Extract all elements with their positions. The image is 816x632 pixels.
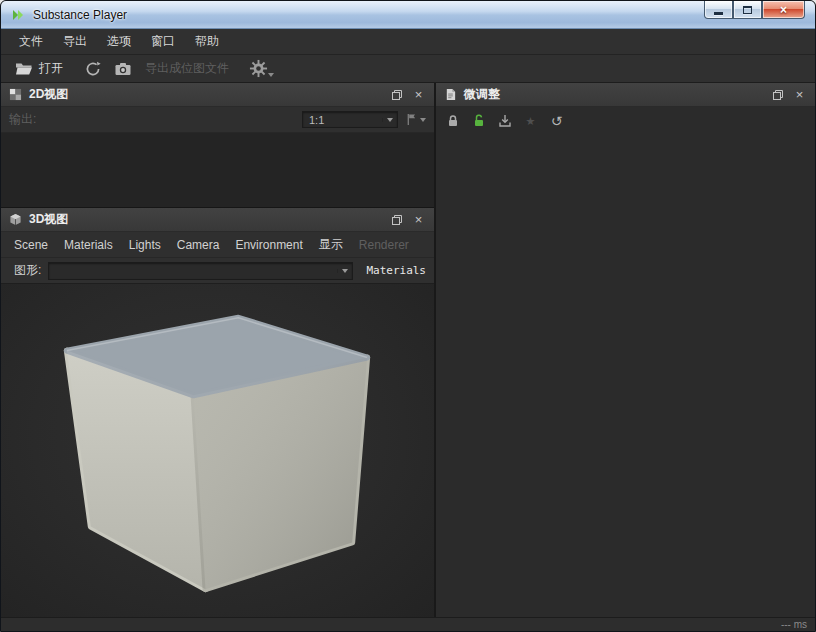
open-button[interactable]: 打开 bbox=[15, 60, 63, 77]
zoom-value: 1:1 bbox=[309, 114, 324, 126]
panel-tweaks: 微调整 × bbox=[436, 83, 815, 617]
panel-3d-header: 3D视图 × bbox=[1, 208, 434, 232]
titlebar[interactable]: Substance Player × bbox=[1, 1, 815, 29]
settings-button[interactable] bbox=[249, 59, 268, 78]
padlock-green-icon bbox=[472, 114, 486, 128]
float-window-icon bbox=[772, 89, 784, 101]
snapshot-button[interactable] bbox=[115, 62, 131, 76]
float-window-icon bbox=[391, 214, 403, 226]
refresh-icon bbox=[85, 61, 101, 77]
export-tray-icon bbox=[498, 114, 512, 128]
shape-label: 图形: bbox=[14, 262, 41, 279]
menu-export[interactable]: 导出 bbox=[53, 29, 97, 54]
minimize-icon bbox=[714, 12, 723, 15]
minimize-button[interactable] bbox=[704, 1, 733, 19]
panel-tweaks-title: 微调整 bbox=[464, 86, 500, 103]
chevron-down-icon bbox=[387, 118, 393, 122]
panel-3d-view: 3D视图 × Scene Materials Lights Camera bbox=[1, 208, 434, 617]
panel-3d-menu: Scene Materials Lights Camera Environmen… bbox=[1, 232, 434, 258]
tweaks-content[interactable] bbox=[436, 135, 815, 617]
panel-2d-title: 2D视图 bbox=[29, 86, 68, 103]
tab-lights[interactable]: Lights bbox=[129, 238, 161, 252]
left-column: 2D视图 × 输出: 1:1 bbox=[1, 83, 434, 617]
menu-window[interactable]: 窗口 bbox=[141, 29, 185, 54]
tab-renderer: Renderer bbox=[359, 238, 409, 252]
dropdown-arrow bbox=[337, 269, 352, 273]
canvas-2d[interactable] bbox=[1, 133, 434, 207]
open-button-label: 打开 bbox=[39, 60, 63, 77]
close-button[interactable]: × bbox=[762, 1, 805, 19]
favorite-button: ★ bbox=[523, 114, 538, 129]
materials-label: Materials bbox=[366, 264, 426, 277]
panel-3d-float-button[interactable] bbox=[389, 212, 404, 227]
export-bitmap-label: 导出成位图文件 bbox=[145, 60, 229, 77]
cube-3d-icon bbox=[9, 213, 22, 226]
window-controls: × bbox=[704, 1, 805, 19]
render-time: --- ms bbox=[781, 619, 807, 630]
maximize-icon bbox=[743, 6, 752, 14]
cube-3d bbox=[67, 318, 367, 589]
shape-row: 图形: Materials bbox=[1, 258, 434, 284]
export-bitmap-button: 导出成位图文件 bbox=[145, 60, 229, 77]
panel-3d-close-button[interactable]: × bbox=[411, 212, 426, 227]
panel-tweaks-header: 微调整 × bbox=[436, 83, 815, 107]
main-area: 2D视图 × 输出: 1:1 bbox=[1, 83, 815, 617]
background-flag-button[interactable] bbox=[406, 113, 426, 126]
statusbar: --- ms bbox=[1, 617, 815, 631]
tab-materials[interactable]: Materials bbox=[64, 238, 113, 252]
settings-caret-icon bbox=[268, 73, 274, 77]
gear-icon bbox=[249, 59, 268, 78]
export-values-button[interactable] bbox=[497, 114, 512, 129]
panel-3d-title: 3D视图 bbox=[29, 211, 68, 228]
chevron-down-icon bbox=[342, 269, 348, 273]
app-window: Substance Player × 文件 导出 选项 窗口 帮助 打开 bbox=[0, 0, 816, 632]
maximize-button[interactable] bbox=[733, 1, 762, 19]
menu-options[interactable]: 选项 bbox=[97, 29, 141, 54]
reset-button[interactable]: ↺ bbox=[549, 114, 564, 129]
tab-display[interactable]: 显示 bbox=[319, 236, 343, 253]
tab-scene[interactable]: Scene bbox=[14, 238, 48, 252]
viewport-3d[interactable] bbox=[1, 284, 434, 617]
shape-dropdown[interactable] bbox=[48, 262, 353, 280]
camera-icon bbox=[115, 62, 131, 76]
tab-environment[interactable]: Environment bbox=[235, 238, 302, 252]
panel-2d-toolbar: 输出: 1:1 bbox=[1, 107, 434, 133]
document-icon bbox=[444, 88, 457, 101]
panel-tweaks-float-button[interactable] bbox=[770, 87, 785, 102]
unlock-button[interactable] bbox=[471, 114, 486, 129]
window-title: Substance Player bbox=[33, 8, 127, 22]
folder-open-icon bbox=[15, 62, 33, 76]
tweaks-toolbar: ★ ↺ bbox=[436, 107, 815, 135]
panel-2d-header: 2D视图 × bbox=[1, 83, 434, 107]
right-column: 微调整 × bbox=[436, 83, 815, 617]
chevron-down-icon bbox=[420, 118, 426, 122]
padlock-icon bbox=[446, 114, 460, 128]
output-label: 输出: bbox=[9, 111, 36, 128]
app-icon bbox=[10, 7, 26, 23]
panel-tweaks-close-button[interactable]: × bbox=[792, 87, 807, 102]
refresh-button[interactable] bbox=[85, 61, 101, 77]
dropdown-arrow bbox=[382, 118, 397, 122]
float-window-icon bbox=[391, 89, 403, 101]
menubar: 文件 导出 选项 窗口 帮助 bbox=[1, 29, 815, 55]
menu-file[interactable]: 文件 bbox=[9, 29, 53, 54]
close-icon: × bbox=[780, 4, 787, 16]
lock-button[interactable] bbox=[445, 114, 460, 129]
tab-camera[interactable]: Camera bbox=[177, 238, 220, 252]
flag-icon bbox=[406, 113, 417, 126]
panel-2d-float-button[interactable] bbox=[389, 87, 404, 102]
zoom-dropdown[interactable]: 1:1 bbox=[302, 111, 398, 128]
panel-2d-close-button[interactable]: × bbox=[411, 87, 426, 102]
checker-2d-icon bbox=[9, 88, 22, 101]
main-toolbar: 打开 导出成位图文件 bbox=[1, 55, 815, 83]
menu-help[interactable]: 帮助 bbox=[185, 29, 229, 54]
panel-2d-view: 2D视图 × 输出: 1:1 bbox=[1, 83, 434, 208]
cube-render bbox=[1, 284, 434, 617]
